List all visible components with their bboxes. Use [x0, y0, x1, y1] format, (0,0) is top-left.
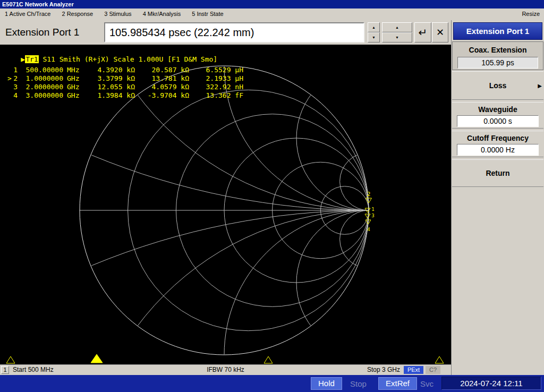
waveguide-value: 0.0000 s [457, 115, 539, 127]
menu-response[interactable]: 2 Response [57, 8, 98, 20]
marker4-active-flag [7, 91, 12, 100]
step-up-large-button[interactable]: ▲ [382, 22, 412, 32]
datetime-display: 2024-07-24 12:11 [441, 377, 541, 390]
marker1-resistance: 4.3920 kΩ [84, 66, 135, 74]
marker2-active-flag: > [7, 74, 12, 83]
softkey-coax-extension[interactable]: Coax. Extension 105.99 ps [452, 41, 543, 70]
marker2-frequency: 1.0000000 [18, 74, 63, 83]
trace-format-text: S11 Smith (R+jX) Scale 1.000U [F1 D&M Sm… [39, 55, 218, 63]
marker4-frequency: 3.0000000 [18, 91, 63, 100]
marker3-label: 3 [371, 213, 374, 218]
waveguide-label: Waveguide [452, 104, 543, 115]
channel-status-bar: 1 Start 500 MHz IFBW 70 kHz Stop 3 GHz P… [0, 364, 451, 375]
stimulus-marker-2-active [91, 354, 103, 363]
marker4-freq-unit: GHz [67, 91, 84, 100]
softkey-return[interactable]: Return [452, 159, 543, 187]
enter-button[interactable]: ↵ [414, 22, 431, 42]
stimulus-marker-1 [6, 356, 15, 363]
marker3-equivalent: 322.92 nH [189, 83, 243, 91]
marker1-equivalent: 6.5529 µH [189, 66, 243, 74]
stimulus-marker-3 [264, 356, 273, 363]
trace-name-badge[interactable]: Tr1 [25, 55, 38, 63]
menu-bar: 1 Active Ch/Trace 2 Response 3 Stimulus … [0, 8, 544, 20]
stimulus-marker-indicators [6, 354, 444, 363]
menu-resize[interactable]: Resize [522, 8, 540, 20]
cutoff-frequency-value: 0.0000 Hz [457, 144, 539, 156]
window-title: E5071C Network Analyzer [2, 1, 74, 7]
correction-badge: C? [426, 366, 440, 374]
stop-status-label: Stop [350, 377, 367, 390]
trace-display-area: 2 1 3 4 ▶Tr1 S11 Smith (R+jX) Scale 1.00… [0, 45, 451, 364]
marker1-number: 1 [12, 66, 18, 74]
menu-instr-state[interactable]: 5 Instr State [187, 8, 228, 20]
marker-row-1: 1 500.00000 MHz 4.3920 kΩ 20.587 kΩ 6.55… [7, 66, 243, 74]
extref-status-button[interactable]: ExtRef [378, 377, 417, 390]
softkey-loss[interactable]: Loss ▶ [452, 71, 543, 100]
softkey-sidebar: Extension Port 1 Coax. Extension 105.99 … [451, 20, 544, 375]
marker-row-4: 4 3.0000000 GHz 1.3984 kΩ -3.9704 kΩ 13.… [7, 91, 243, 100]
active-trace-arrow-icon: ▶ [21, 55, 25, 63]
window-title-bar: E5071C Network Analyzer [0, 0, 544, 8]
marker2-resistance: 3.3799 kΩ [84, 74, 135, 83]
marker4-reactance: -3.9704 kΩ [135, 91, 189, 100]
marker2-reactance: 13.781 kΩ [135, 74, 189, 83]
softkey-cutoff-frequency[interactable]: Cutoff Frequency 0.0000 Hz [452, 131, 543, 157]
softkey-waveguide[interactable]: Waveguide 0.0000 s [452, 102, 543, 129]
return-label: Return [452, 160, 543, 186]
marker2-label: 2 [367, 191, 371, 198]
entry-value-input[interactable] [104, 22, 364, 42]
marker3-frequency: 2.0000000 [18, 83, 63, 91]
marker-row-3: 3 2.0000000 GHz 12.055 kΩ 4.0579 kΩ 322.… [7, 83, 243, 91]
stimulus-marker-4 [435, 356, 444, 363]
instrument-status-bar: Hold Stop ExtRef Svc 2024-07-24 12:11 [0, 375, 544, 392]
marker2-number: 2 [12, 74, 18, 83]
marker4-label: 4 [367, 227, 370, 232]
marker4-number: 4 [12, 91, 18, 100]
marker2-freq-unit: GHz [67, 74, 84, 83]
close-entry-button[interactable]: ✕ [432, 22, 448, 42]
entry-label: Extension Port 1 [5, 20, 79, 45]
marker3-number: 3 [12, 83, 18, 91]
marker3-active-flag [7, 83, 12, 91]
submenu-arrow-icon: ▶ [538, 83, 542, 89]
step-up-small-button[interactable]: ▲ [368, 22, 380, 32]
marker1-freq-unit: MHz [67, 66, 84, 74]
marker1-reactance: 20.587 kΩ [135, 66, 189, 74]
menu-mkr-analysis[interactable]: 4 Mkr/Analysis [138, 8, 186, 20]
stop-frequency-label: Stop 3 GHz [367, 365, 400, 374]
coax-extension-label: Coax. Extension [453, 43, 543, 57]
step-down-large-button[interactable]: ▼ [382, 32, 412, 42]
marker-row-2: > 2 1.0000000 GHz 3.3799 kΩ 13.781 kΩ 2.… [7, 74, 243, 83]
marker4-resistance: 1.3984 kΩ [84, 91, 135, 100]
marker3-resistance: 12.055 kΩ [84, 83, 135, 91]
marker3-freq-unit: GHz [67, 83, 84, 91]
marker2-equivalent: 2.1933 µH [189, 74, 243, 83]
loss-label: Loss [452, 79, 543, 92]
menu-stimulus[interactable]: 3 Stimulus [99, 8, 136, 20]
marker1-label: 1 [371, 207, 374, 212]
softkey-menu-title: Extension Port 1 [453, 22, 542, 40]
port-extension-badge: PExt [404, 366, 423, 374]
marker3-reactance: 4.0579 kΩ [135, 83, 189, 91]
coax-extension-value: 105.99 ps [457, 57, 538, 69]
marker1-frequency: 500.00000 [18, 66, 63, 74]
marker4-equivalent: 13.362 fF [189, 91, 243, 100]
marker1-active-flag [7, 66, 12, 74]
menu-active-ch-trace[interactable]: 1 Active Ch/Trace [0, 8, 55, 20]
hold-status-button[interactable]: Hold [311, 377, 342, 390]
cutoff-frequency-label: Cutoff Frequency [452, 132, 543, 144]
entry-toolbar: Extension Port 1 ▲ ▼ ▲ ▼ ↵ ✕ [0, 20, 451, 45]
svc-status-label: Svc [420, 377, 434, 390]
marker-table: 1 500.00000 MHz 4.3920 kΩ 20.587 kΩ 6.55… [7, 66, 243, 100]
step-down-small-button[interactable]: ▼ [368, 32, 380, 42]
